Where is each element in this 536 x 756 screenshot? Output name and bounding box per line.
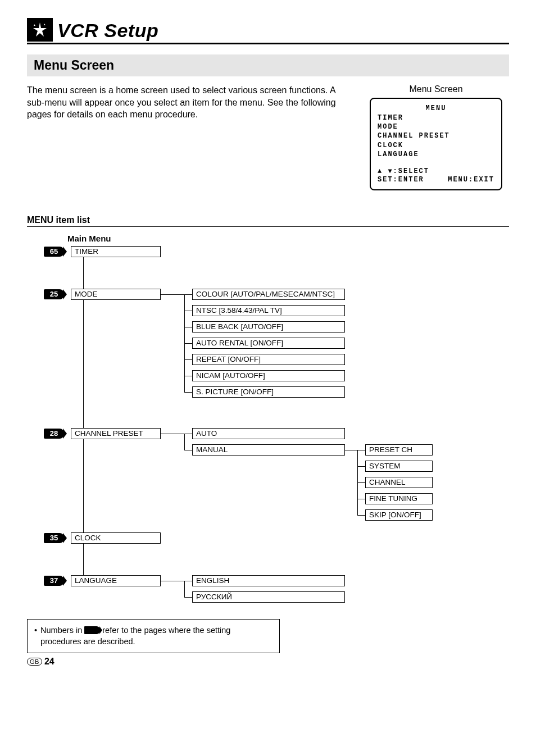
menu-sub-box: S. PICTURE [ON/OFF] bbox=[192, 386, 345, 398]
menu-sub-box: BLUE BACK [AUTO/OFF] bbox=[192, 321, 345, 333]
page-ref: 65 bbox=[44, 247, 64, 257]
menu-sub-box: NTSC [3.58/4.43/PAL TV] bbox=[192, 305, 345, 316]
svg-marker-2 bbox=[44, 24, 46, 25]
menu-sub-box: AUTO bbox=[192, 428, 345, 439]
menu-box-timer: TIMER bbox=[71, 246, 161, 257]
menu-box-mode: MODE bbox=[71, 289, 161, 300]
osd-caption: Menu Screen bbox=[363, 84, 509, 94]
osd-column: Menu Screen MENU TIMER MODE CHANNEL PRES… bbox=[363, 84, 509, 195]
osd-item: LANGUAGE bbox=[378, 150, 494, 159]
menu-sub2-box: SYSTEM bbox=[365, 461, 433, 472]
osd-set-hint: SET:ENTER bbox=[378, 176, 424, 184]
page-footer: GB 24 bbox=[27, 657, 54, 667]
menu-box-language: LANGUAGE bbox=[71, 575, 161, 586]
page-header: VCR Setup bbox=[27, 18, 509, 44]
menu-item-list-heading: MENU item list bbox=[27, 215, 509, 227]
menu-diagram: Main Menu 65 TIMER 25 MODE COLOUR [AUTO/… bbox=[38, 234, 465, 610]
osd-item: CHANNEL PRESET bbox=[378, 131, 494, 140]
osd-item: MODE bbox=[378, 122, 494, 131]
page-ref: 25 bbox=[44, 289, 64, 299]
osd-item: CLOCK bbox=[378, 141, 494, 150]
intro-paragraph: The menu screen is a home screen used to… bbox=[27, 84, 363, 121]
intro-row: The menu screen is a home screen used to… bbox=[27, 84, 509, 195]
osd-screen: MENU TIMER MODE CHANNEL PRESET CLOCK LAN… bbox=[370, 98, 502, 190]
menu-box-channel-preset: CHANNEL PRESET bbox=[71, 428, 161, 439]
osd-select-hint: ▲ ▼:SELECT bbox=[378, 167, 494, 176]
menu-sub2-box: FINE TUNING bbox=[365, 493, 433, 504]
menu-sub-box: ENGLISH bbox=[192, 575, 345, 586]
osd-exit-hint: MENU:EXIT bbox=[448, 176, 494, 184]
page-ref: 28 bbox=[44, 429, 64, 439]
region-badge: GB bbox=[27, 658, 42, 666]
menu-sub-box: MANUAL bbox=[192, 444, 345, 456]
page-title: VCR Setup bbox=[57, 20, 158, 42]
page-number: 24 bbox=[44, 657, 54, 667]
page-ref: 35 bbox=[44, 533, 64, 543]
main-menu-label: Main Menu bbox=[67, 234, 111, 243]
menu-sub2-box: PRESET CH bbox=[365, 444, 433, 456]
menu-sub-box: NICAM [AUTO/OFF] bbox=[192, 370, 345, 381]
osd-title: MENU bbox=[378, 104, 494, 112]
menu-sub-box: AUTO RENTAL [ON/OFF] bbox=[192, 338, 345, 349]
menu-sub2-box: CHANNEL bbox=[365, 477, 433, 488]
svg-marker-1 bbox=[34, 24, 35, 26]
menu-sub-box: REPEAT [ON/OFF] bbox=[192, 354, 345, 365]
section-heading: Menu Screen bbox=[27, 54, 509, 76]
note-box: • Numbers in refer to the pages where th… bbox=[27, 619, 280, 653]
bullet-icon: • bbox=[34, 625, 37, 647]
menu-box-clock: CLOCK bbox=[71, 532, 161, 544]
page-ref: 37 bbox=[44, 576, 64, 586]
menu-sub2-box: SKIP [ON/OFF] bbox=[365, 509, 433, 521]
menu-sub-box: COLOUR [AUTO/PAL/MESECAM/NTSC] bbox=[192, 289, 345, 300]
note-text: Numbers in refer to the pages where the … bbox=[40, 625, 272, 647]
menu-sub-box: РУССКИЙ bbox=[192, 591, 345, 603]
vcr-setup-icon bbox=[27, 18, 53, 42]
page-ref-icon bbox=[84, 626, 100, 634]
osd-item: TIMER bbox=[378, 113, 494, 122]
note-pre: Numbers in bbox=[40, 626, 84, 635]
